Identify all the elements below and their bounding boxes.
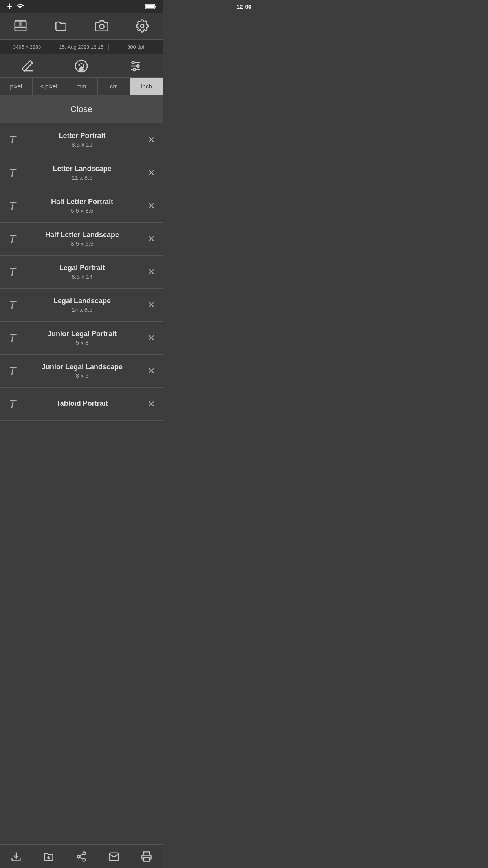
status-bar: 12:00 — [0, 0, 163, 13]
delete-paper-button[interactable]: ✕ — [139, 123, 163, 156]
paper-type-icon: T — [0, 355, 25, 387]
paper-size: 5 x 8 — [76, 339, 89, 346]
paper-row: T Tabloid Portrait ✕ — [0, 388, 163, 421]
tool-bar — [0, 54, 163, 78]
tab-pixel[interactable]: pixel — [0, 78, 33, 95]
gallery-icon[interactable] — [11, 18, 30, 34]
image-date: 15. Aug 2023 12:15 — [54, 44, 108, 50]
paper-row-content[interactable]: Tabloid Portrait — [25, 396, 139, 412]
paper-size: 14 x 8.5 — [72, 306, 92, 313]
unit-tabs: pixel ≤ pixel mm cm inch — [0, 78, 163, 95]
image-dpi: 300 dpi — [109, 44, 163, 50]
eraser-icon[interactable] — [11, 58, 43, 74]
paper-size: 8.5 x 14 — [72, 273, 92, 280]
paper-title: Legal Landscape — [53, 297, 111, 305]
paper-row: T Junior Legal Portrait 5 x 8 ✕ — [0, 322, 163, 355]
paper-row: T Junior Legal Landscape 8 x 5 ✕ — [0, 355, 163, 388]
close-button[interactable]: Close — [47, 100, 116, 118]
paper-type-icon: T — [0, 256, 25, 288]
paper-title: Junior Legal Portrait — [48, 330, 117, 338]
status-bar-left — [6, 3, 24, 10]
delete-paper-button[interactable]: ✕ — [139, 156, 163, 189]
svg-point-18 — [137, 65, 139, 67]
svg-point-17 — [132, 61, 134, 64]
paper-row: T Legal Landscape 14 x 8.5 ✕ — [0, 289, 163, 322]
paper-title: Tabloid Portrait — [56, 399, 108, 408]
paper-row: T Half Letter Landscape 8.5 x 5.5 ✕ — [0, 223, 163, 256]
paper-title: Letter Portrait — [59, 132, 105, 140]
image-dimensions: 3495 x 2288 — [0, 44, 54, 50]
tab-inch[interactable]: inch — [130, 78, 163, 95]
paper-row: T Letter Landscape 11 x 8.5 ✕ — [0, 156, 163, 189]
paper-type-icon: T — [0, 289, 25, 321]
delete-paper-button[interactable]: ✕ — [139, 223, 163, 255]
svg-point-19 — [133, 68, 136, 71]
paper-type-icon: T — [0, 322, 25, 354]
paper-row: T Half Letter Portrait 5.5 x 8.5 ✕ — [0, 189, 163, 223]
svg-point-12 — [83, 64, 84, 66]
sliders-icon[interactable] — [120, 58, 151, 74]
delete-paper-button[interactable]: ✕ — [139, 189, 163, 222]
svg-rect-5 — [21, 21, 26, 26]
paper-type-icon: T — [0, 223, 25, 255]
paper-type-icon: T — [0, 123, 25, 156]
paper-title: Legal Portrait — [59, 264, 105, 272]
paper-type-icon: T — [0, 388, 25, 420]
tab-cm[interactable]: cm — [98, 78, 130, 95]
paper-size-list: T Letter Portrait 8.5 x 11 ✕ T Letter La… — [0, 123, 163, 421]
paper-title: Junior Legal Landscape — [42, 363, 123, 371]
paper-title: Half Letter Portrait — [51, 198, 113, 206]
svg-point-10 — [79, 64, 81, 66]
paper-row-content[interactable]: Legal Portrait 8.5 x 14 — [25, 261, 139, 283]
svg-rect-2 — [155, 6, 156, 8]
paper-row-content[interactable]: Junior Legal Portrait 5 x 8 — [25, 327, 139, 349]
paper-size: 8 x 5 — [76, 372, 89, 379]
folder-icon[interactable] — [51, 18, 71, 34]
paper-size: 8.5 x 5.5 — [71, 240, 94, 247]
paper-row-content[interactable]: Junior Legal Landscape 8 x 5 — [25, 360, 139, 382]
top-toolbar — [0, 13, 163, 39]
info-bar: 3495 x 2288 15. Aug 2023 12:15 300 dpi — [0, 39, 163, 54]
delete-paper-button[interactable]: ✕ — [139, 355, 163, 387]
tab-mm[interactable]: mm — [65, 78, 98, 95]
paper-row: T Legal Portrait 8.5 x 14 ✕ — [0, 256, 163, 289]
svg-rect-6 — [15, 27, 26, 31]
paper-title: Letter Landscape — [53, 165, 111, 173]
paper-type-icon: T — [0, 156, 25, 189]
close-section: Close — [0, 95, 163, 123]
settings-icon[interactable] — [132, 18, 152, 34]
paper-row: T Letter Portrait 8.5 x 11 ✕ — [0, 123, 163, 156]
svg-point-8 — [141, 24, 144, 28]
paper-row-content[interactable]: Half Letter Landscape 8.5 x 5.5 — [25, 228, 139, 250]
delete-paper-button[interactable]: ✕ — [139, 388, 163, 420]
status-bar-right — [145, 3, 156, 9]
svg-point-7 — [99, 24, 104, 29]
paper-row-content[interactable]: Half Letter Portrait 5.5 x 8.5 — [25, 195, 139, 217]
paper-title: Half Letter Landscape — [45, 231, 119, 239]
svg-rect-1 — [146, 5, 154, 9]
wifi-icon — [17, 3, 24, 10]
delete-paper-button[interactable]: ✕ — [139, 289, 163, 321]
delete-paper-button[interactable]: ✕ — [139, 256, 163, 288]
paper-size: 11 x 8.5 — [72, 174, 92, 181]
paper-size: 5.5 x 8.5 — [71, 207, 94, 214]
paper-row-content[interactable]: Letter Portrait 8.5 x 11 — [25, 129, 139, 151]
airplane-icon — [6, 3, 13, 10]
paper-row-content[interactable]: Legal Landscape 14 x 8.5 — [25, 294, 139, 316]
battery-icon — [145, 4, 156, 9]
tab-le-pixel[interactable]: ≤ pixel — [33, 78, 65, 95]
paper-size: 8.5 x 11 — [72, 141, 92, 148]
svg-point-11 — [81, 63, 83, 64]
camera-icon[interactable] — [92, 18, 112, 34]
svg-rect-4 — [15, 21, 20, 26]
palette-icon[interactable] — [66, 58, 97, 74]
delete-paper-button[interactable]: ✕ — [139, 322, 163, 354]
paper-type-icon: T — [0, 189, 25, 222]
paper-row-content[interactable]: Letter Landscape 11 x 8.5 — [25, 162, 139, 184]
